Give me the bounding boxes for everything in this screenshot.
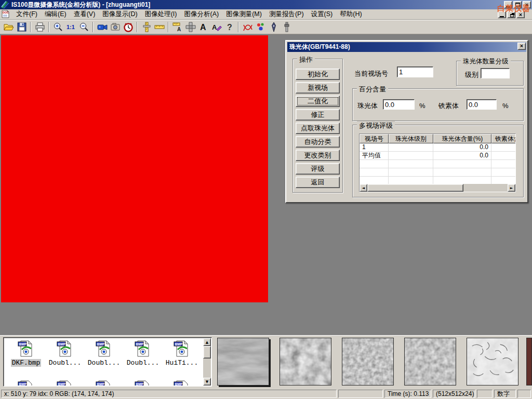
scroll-right-button[interactable]: ► <box>508 184 515 192</box>
curve-cut-button[interactable] <box>241 21 254 33</box>
actual-size-button[interactable]: 1:1 <box>64 21 77 33</box>
scrollbar-thumb[interactable] <box>367 184 463 192</box>
file-item[interactable]: BMP Doubl... <box>85 340 123 367</box>
scrollbar-track[interactable] <box>463 184 508 192</box>
thumbnail-graphite-flakes[interactable] <box>467 338 518 385</box>
scrollbar-track[interactable] <box>203 358 211 378</box>
help-button[interactable]: ? <box>223 21 236 33</box>
menu-view[interactable]: 查看(V) <box>70 9 99 20</box>
dialog-title-bar[interactable]: 珠光体(GB/T9441-88) <box>287 42 526 52</box>
menu-help[interactable]: 帮助(H) <box>336 9 365 20</box>
file-item[interactable]: BMP <box>124 380 162 385</box>
timer-button[interactable] <box>122 21 135 33</box>
file-list-scrollbar[interactable]: ▲ ▼ <box>203 338 211 385</box>
phase-particles-button[interactable] <box>254 21 267 33</box>
text-tool-button[interactable]: A <box>197 21 210 33</box>
annotate-button[interactable]: A <box>210 21 223 33</box>
print-button[interactable] <box>33 21 46 33</box>
file-name[interactable]: Doubl... <box>87 359 121 367</box>
dialog-close-button[interactable]: × <box>517 43 526 50</box>
file-item[interactable]: BMP DKF.bmp <box>7 340 45 367</box>
menu-image-process[interactable]: 图像处理(I) <box>141 9 181 20</box>
mdi-close-button[interactable]: × <box>516 11 525 18</box>
menu-image-measure[interactable]: 图像测量(M) <box>222 9 265 20</box>
thumbnail-fine-1[interactable] <box>342 338 394 385</box>
file-list[interactable]: BMP DKF.bmp BMP Doubl... BMP Doubl... BM… <box>3 337 212 387</box>
file-name[interactable]: Doubl... <box>126 359 160 367</box>
menu-edit[interactable]: 编辑(E) <box>41 9 70 20</box>
file-item[interactable]: BMP <box>46 380 84 385</box>
flashlight-icon <box>281 21 292 33</box>
snapshot-button[interactable] <box>109 21 122 33</box>
video-capture-button[interactable] <box>96 21 109 33</box>
zoom-out-icon <box>78 21 90 33</box>
pen-tool-button[interactable] <box>267 21 280 33</box>
pick-pearlite-button[interactable]: 点取珠光体 <box>296 123 340 134</box>
table-row[interactable]: 1 0.0 <box>360 143 515 152</box>
caliper-button[interactable] <box>140 21 153 33</box>
thumbnail-partial[interactable] <box>526 338 532 385</box>
binarize-button[interactable]: 二值化 <box>296 96 340 107</box>
mdi-minimize-button[interactable] <box>498 11 506 18</box>
file-item[interactable]: BMP <box>85 380 123 385</box>
scrollbar-thumb[interactable] <box>203 346 211 358</box>
open-button[interactable] <box>2 21 15 33</box>
thumbnail-fine-2[interactable] <box>404 338 456 385</box>
file-item[interactable]: BMP HuiTi... <box>163 340 201 367</box>
ruler-button[interactable] <box>153 21 166 33</box>
file-item[interactable]: BMP Doubl... <box>124 340 162 367</box>
grid-tool-button[interactable] <box>184 21 197 33</box>
metallograph-image[interactable] <box>1 35 268 302</box>
thumbnail-banded[interactable] <box>217 338 269 385</box>
table-horizontal-scrollbar[interactable]: ◄ ► <box>360 184 515 192</box>
ferrite-label: 铁素体 <box>438 101 459 111</box>
rate-button[interactable]: 评级 <box>296 163 340 175</box>
file-name[interactable]: Doubl... <box>48 359 82 367</box>
correct-button[interactable]: 修正 <box>296 109 340 121</box>
pen-nib-icon <box>268 21 280 33</box>
pearlite-label: 珠光体 <box>357 101 378 111</box>
dialog-title: 珠光体(GB/T9441-88) <box>289 43 350 51</box>
app-icon <box>1 1 9 9</box>
bmp-badge: BMP <box>19 382 27 386</box>
table-row[interactable]: 平均值 0.0 <box>360 152 515 160</box>
document-icon[interactable]: DOC <box>1 10 10 19</box>
file-name[interactable]: HuiTi... <box>165 359 199 367</box>
one-to-one-icon: 1:1 <box>66 24 75 30</box>
save-button[interactable] <box>15 21 28 33</box>
file-item[interactable]: BMP <box>163 380 201 385</box>
change-class-button[interactable]: 更改类别 <box>296 150 340 161</box>
file-item[interactable]: BMP <box>7 380 45 385</box>
cell-grade <box>389 152 433 160</box>
dialog-close-icon: × <box>520 43 523 49</box>
menu-image-display[interactable]: 图像显示(D) <box>99 9 141 20</box>
pearlite-percent-input[interactable] <box>383 99 415 110</box>
scroll-down-button[interactable]: ▼ <box>203 378 211 385</box>
scroll-up-button[interactable]: ▲ <box>203 338 211 346</box>
current-field-input[interactable] <box>397 66 433 77</box>
zoom-out-button[interactable] <box>77 21 90 33</box>
menu-file[interactable]: 文件(F) <box>12 9 41 20</box>
file-item[interactable]: BMP Doubl... <box>46 340 84 367</box>
auto-classify-button[interactable]: 自动分类 <box>296 136 340 148</box>
return-button[interactable]: 返回 <box>296 177 340 188</box>
scroll-left-button[interactable]: ◄ <box>360 184 367 192</box>
mdi-restore-button[interactable] <box>507 11 515 18</box>
zoom-in-button[interactable] <box>51 21 64 33</box>
menu-image-analysis[interactable]: 图像分析(A) <box>180 9 222 20</box>
close-button[interactable]: × <box>523 1 531 8</box>
menu-measure-report[interactable]: 测量报告(P) <box>265 9 308 20</box>
minimize-button[interactable] <box>504 1 512 8</box>
grade-input[interactable] <box>481 68 510 78</box>
thumbnail-coarse[interactable] <box>280 338 331 385</box>
new-field-button[interactable]: 新视场 <box>296 82 340 94</box>
init-button[interactable]: 初始化 <box>296 69 340 80</box>
menu-settings[interactable]: 设置(S) <box>308 9 337 20</box>
rating-table[interactable]: 视场号 珠光体级别 珠光体含量(%) 铁素体含量(%) 1 0.0 平均值 0.… <box>359 134 516 192</box>
maximize-button[interactable] <box>513 1 522 8</box>
calibrate-button[interactable]: A <box>171 21 184 33</box>
flashlight-button[interactable] <box>280 21 293 33</box>
zoom-in-icon <box>52 21 64 33</box>
file-name[interactable]: DKF.bmp <box>11 359 42 367</box>
ferrite-percent-input[interactable] <box>467 99 497 110</box>
